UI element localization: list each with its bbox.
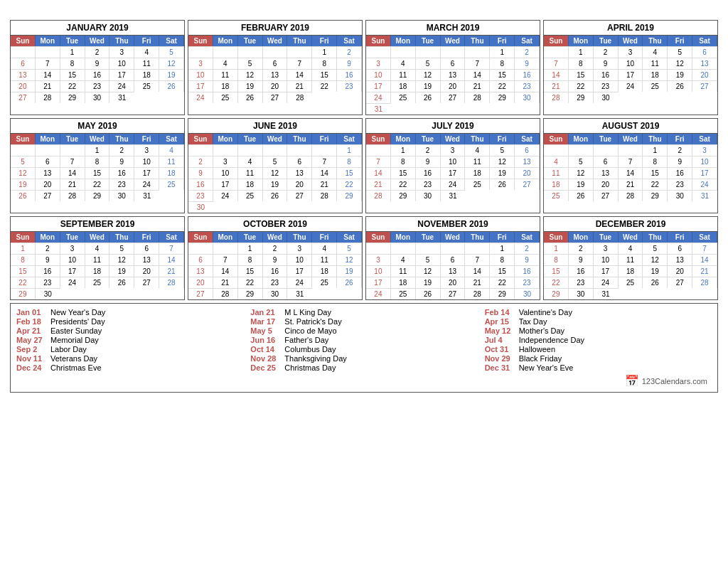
day-header-sat: Sat [159, 36, 184, 46]
day-cell: 9 [36, 254, 60, 265]
day-cell: 28 [36, 92, 60, 103]
day-cell: 2 [263, 243, 288, 254]
empty-cell [594, 144, 619, 156]
empty-cell [11, 46, 36, 58]
day-cell: 9 [85, 58, 110, 69]
day-cell: 7 [36, 58, 60, 69]
day-header-sat: Sat [159, 134, 184, 144]
day-cell: 2 [569, 243, 594, 254]
day-header-fri: Fri [490, 134, 515, 144]
day-cell: 28 [287, 92, 312, 103]
holiday-row: May 5Cinco de Mayo [250, 326, 477, 335]
day-cell: 12 [109, 254, 134, 265]
empty-cell [238, 46, 263, 58]
day-cell: 5 [668, 46, 692, 58]
day-cell: 19 [238, 80, 263, 92]
empty-cell [213, 46, 238, 58]
day-header-mon: Mon [36, 232, 60, 243]
day-cell: 3 [188, 58, 213, 69]
day-header-mon: Mon [569, 134, 594, 144]
day-cell: 29 [238, 288, 263, 299]
day-header-mon: Mon [213, 134, 238, 144]
day-cell: 22 [11, 277, 36, 288]
day-cell: 12 [337, 254, 362, 265]
day-cell: 9 [188, 167, 213, 179]
holiday-name: Cinco de Mayo [284, 326, 336, 335]
day-cell: 16 [569, 265, 594, 277]
holiday-name: Father's Day [284, 336, 328, 344]
day-cell: 6 [263, 58, 288, 69]
day-header-tue: Tue [60, 36, 85, 46]
day-cell: 1 [238, 243, 263, 254]
day-header-thu: Thu [109, 134, 134, 144]
month-title: JUNE 2019 [188, 119, 362, 134]
day-cell: 27 [134, 277, 159, 288]
day-header-sun: Sun [366, 36, 391, 46]
day-cell: 10 [692, 156, 717, 167]
month-calendar-4: APRIL 2019SunMonTueWedThuFriSat123456789… [543, 20, 718, 115]
day-cell: 4 [159, 144, 184, 156]
holiday-column-2: Jan 21M L King DayMar 17St. Patrick's Da… [250, 308, 477, 388]
day-cell: 1 [490, 243, 515, 254]
day-cell: 21 [213, 277, 238, 288]
holiday-date: Dec 24 [16, 363, 46, 372]
day-cell: 26 [238, 92, 263, 103]
day-cell: 1 [391, 144, 416, 156]
day-cell: 15 [490, 265, 515, 277]
day-cell: 13 [36, 167, 60, 179]
month-calendar-1: JANUARY 2019SunMonTueWedThuFriSat1234567… [10, 20, 185, 115]
empty-cell [465, 243, 490, 254]
day-header-fri: Fri [668, 232, 692, 243]
day-cell: 15 [569, 69, 594, 80]
empty-cell [238, 144, 263, 156]
day-cell: 14 [544, 69, 569, 80]
day-header-tue: Tue [416, 232, 441, 243]
day-cell: 9 [569, 254, 594, 265]
day-cell: 16 [85, 69, 110, 80]
day-cell: 23 [569, 277, 594, 288]
day-cell: 23 [263, 277, 288, 288]
holiday-date: Dec 31 [485, 363, 515, 372]
day-cell: 1 [337, 144, 362, 156]
day-cell: 3 [692, 144, 717, 156]
day-cell: 17 [594, 265, 619, 277]
day-header-thu: Thu [287, 36, 312, 46]
holiday-date: Oct 31 [485, 345, 515, 353]
day-cell: 10 [213, 167, 238, 179]
holiday-date: Nov 29 [485, 354, 515, 363]
day-header-mon: Mon [391, 36, 416, 46]
month-title: NOVEMBER 2019 [366, 217, 540, 232]
day-cell: 27 [11, 92, 36, 103]
day-header-thu: Thu [465, 134, 490, 144]
day-cell: 15 [11, 265, 36, 277]
holiday-date: Jan 01 [16, 308, 46, 317]
month-title: AUGUST 2019 [544, 119, 717, 134]
day-cell: 28 [213, 288, 238, 299]
empty-cell [11, 144, 36, 156]
day-cell: 23 [668, 179, 692, 190]
day-cell: 25 [391, 288, 416, 299]
day-cell: 25 [312, 277, 337, 288]
day-cell: 5 [490, 144, 515, 156]
day-cell: 9 [109, 156, 134, 167]
empty-cell [569, 144, 594, 156]
day-cell: 9 [416, 156, 441, 167]
day-cell: 8 [544, 254, 569, 265]
day-cell: 5 [238, 58, 263, 69]
day-cell: 30 [569, 288, 594, 299]
empty-cell [544, 144, 569, 156]
day-cell: 12 [416, 69, 441, 80]
day-cell: 9 [668, 156, 692, 167]
holiday-name: Tax Day [519, 317, 547, 326]
holiday-name: New Year's Eve [519, 363, 574, 372]
day-header-tue: Tue [60, 134, 85, 144]
day-cell: 13 [692, 58, 717, 69]
day-cell: 17 [60, 265, 85, 277]
day-header-wed: Wed [263, 36, 288, 46]
day-cell: 23 [515, 277, 540, 288]
day-cell: 11 [643, 58, 668, 69]
day-cell: 9 [515, 58, 540, 69]
day-cell: 6 [441, 254, 466, 265]
holiday-row: Nov 28Thanksgiving Day [250, 354, 477, 363]
day-header-sun: Sun [544, 134, 569, 144]
